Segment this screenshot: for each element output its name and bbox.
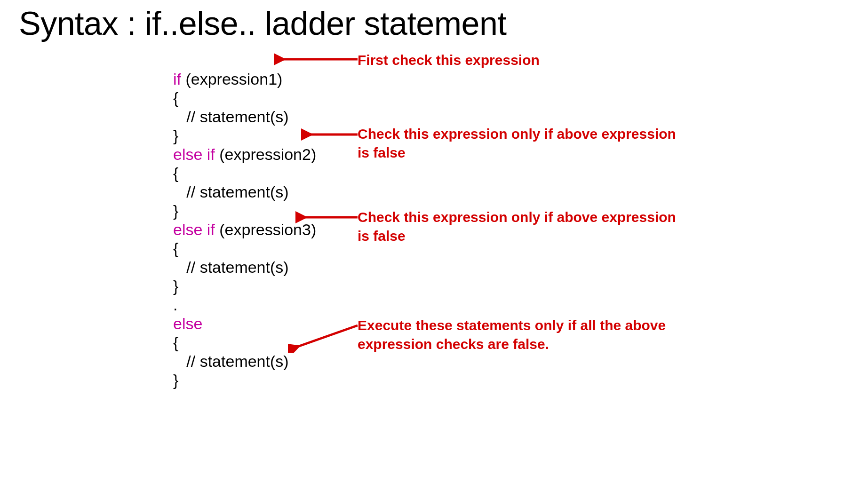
keyword-if: if bbox=[173, 70, 181, 88]
expr2: (expression2) bbox=[215, 145, 316, 163]
code-block: if (expression1) { // statement(s) } els… bbox=[173, 51, 316, 389]
annotation-1: First check this expression bbox=[358, 51, 687, 70]
slide-title: Syntax : if..else.. ladder statement bbox=[19, 5, 506, 42]
code-line-12: } bbox=[173, 277, 178, 295]
code-line-2: { bbox=[173, 89, 178, 107]
expr1: (expression1) bbox=[181, 70, 282, 88]
code-line-10: { bbox=[173, 239, 178, 257]
code-line-6: { bbox=[173, 164, 178, 182]
code-line-14: else bbox=[173, 315, 202, 333]
annotation-4: Execute these statements only if all the… bbox=[358, 316, 677, 354]
expr3: (expression3) bbox=[215, 221, 316, 238]
code-line-11: // statement(s) bbox=[173, 258, 289, 276]
code-line-13: . bbox=[173, 296, 177, 314]
code-line-7: // statement(s) bbox=[173, 183, 289, 201]
slide: Syntax : if..else.. ladder statement if … bbox=[0, 0, 868, 483]
code-line-3: // statement(s) bbox=[173, 108, 289, 126]
keyword-elseif-2: else if bbox=[173, 221, 215, 238]
code-line-1: if (expression1) bbox=[173, 70, 282, 88]
keyword-else: else bbox=[173, 315, 202, 333]
code-line-8: } bbox=[173, 202, 178, 220]
code-line-17: } bbox=[173, 371, 178, 389]
keyword-elseif-1: else if bbox=[173, 145, 215, 163]
code-line-4: } bbox=[173, 127, 178, 144]
code-line-15: { bbox=[173, 333, 178, 351]
annotation-2: Check this expression only if above expr… bbox=[358, 125, 677, 162]
annotation-3: Check this expression only if above expr… bbox=[358, 208, 687, 245]
code-line-9: else if (expression3) bbox=[173, 221, 316, 238]
code-line-5: else if (expression2) bbox=[173, 145, 316, 163]
code-line-16: // statement(s) bbox=[173, 352, 289, 370]
